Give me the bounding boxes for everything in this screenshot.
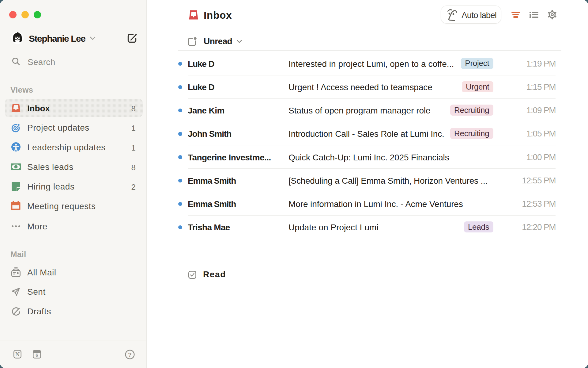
svg-text:N: N xyxy=(15,351,20,358)
svg-text:6: 6 xyxy=(36,352,38,358)
svg-text:?: ? xyxy=(128,351,132,358)
